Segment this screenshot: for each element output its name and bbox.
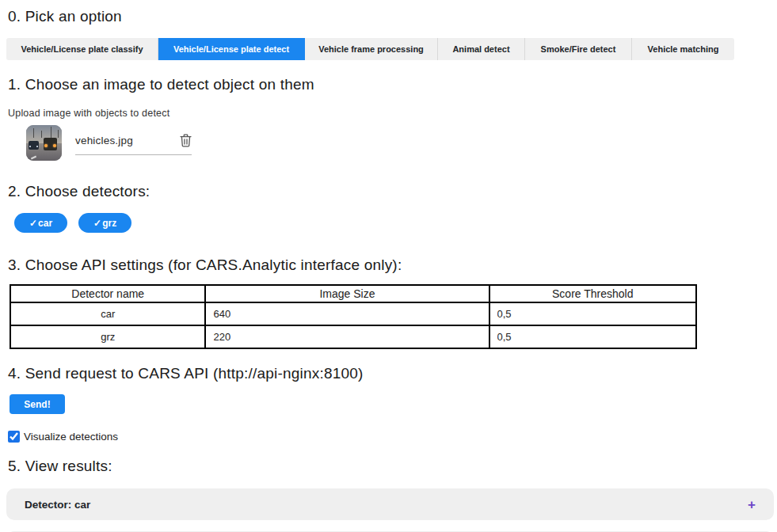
col-header-score-threshold: Score Threshold [489,285,696,302]
section-0-title: 0. Pick an option [8,8,777,25]
table-header-row: Detector name Image Size Score Threshold [10,285,696,302]
score-threshold-input-car[interactable] [490,308,695,320]
image-size-input-car[interactable] [206,308,488,320]
check-icon: ✓ [93,218,101,229]
tab-smoke-fire-detect[interactable]: Smoke/Fire detect [525,38,632,60]
col-header-image-size: Image Size [205,285,489,302]
thumb-pole [51,127,51,138]
check-icon: ✓ [29,218,37,229]
score-threshold-input-grz[interactable] [490,331,695,343]
visualize-detections-row: Visualize detections [8,431,777,443]
thumb-pole [58,130,59,138]
visualize-label: Visualize detections [24,431,118,443]
section-4-title: 4. Send request to CARS API (http://api-… [8,365,777,382]
thumb-pole [33,128,34,138]
thumb-headlight [44,144,48,147]
detector-pills: ✓car ✓grz [14,213,777,233]
tab-animal-detect[interactable]: Animal detect [438,38,525,60]
table-row-grz: grz [10,325,696,348]
result-panel-label: Detector: car [25,499,90,511]
image-size-input-grz[interactable] [206,331,488,343]
col-header-detector-name: Detector name [10,285,205,302]
page: 0. Pick an option Vehicle/License plate … [0,0,777,532]
detector-pill-grz[interactable]: ✓grz [78,213,131,233]
detector-name-cell: grz [10,325,205,348]
uploaded-filename-field: vehicles.jpg [75,134,192,155]
vehicles-photo-thumbnail[interactable] [26,125,62,161]
thumb-headlight [29,146,31,147]
thumb-pole [41,131,42,138]
tab-vehicle-matching[interactable]: Vehicle matching [632,38,734,60]
detector-pill-label: car [38,218,52,229]
visualize-checkbox[interactable] [8,431,20,443]
send-button[interactable]: Send! [10,394,65,414]
section-1-title: 1. Choose an image to detect object on t… [8,76,777,93]
table-row-car: car [10,302,696,325]
upload-instruction-label: Upload image with objects to detect [8,108,777,119]
tab-bar: Vehicle/License plate classify Vehicle/L… [6,38,734,60]
detector-name-cell: car [10,302,205,325]
detector-pill-label: grz [102,218,116,229]
thumb-headlight [53,144,56,147]
uploaded-file-row: vehicles.jpg [26,125,777,161]
uploaded-filename: vehicles.jpg [75,135,133,146]
detector-pill-car[interactable]: ✓car [14,213,67,233]
tab-vehicle-license-plate-detect[interactable]: Vehicle/License plate detect [158,38,305,60]
tab-vehicle-license-plate-classify[interactable]: Vehicle/License plate classify [6,38,158,60]
tab-vehicle-frame-processing[interactable]: Vehicle frame processing [305,38,438,60]
section-3-title: 3. Choose API settings (for CARS.Analyti… [8,256,777,274]
section-2-title: 2. Choose detectors: [8,183,777,200]
api-settings-table: Detector name Image Size Score Threshold… [10,284,697,349]
section-5-title: 5. View results: [8,458,777,475]
expand-plus-icon[interactable]: + [748,498,756,511]
trash-icon[interactable] [180,134,192,147]
result-panel-car[interactable]: Detector: car + [6,488,774,520]
thumb-headlight [36,146,38,147]
